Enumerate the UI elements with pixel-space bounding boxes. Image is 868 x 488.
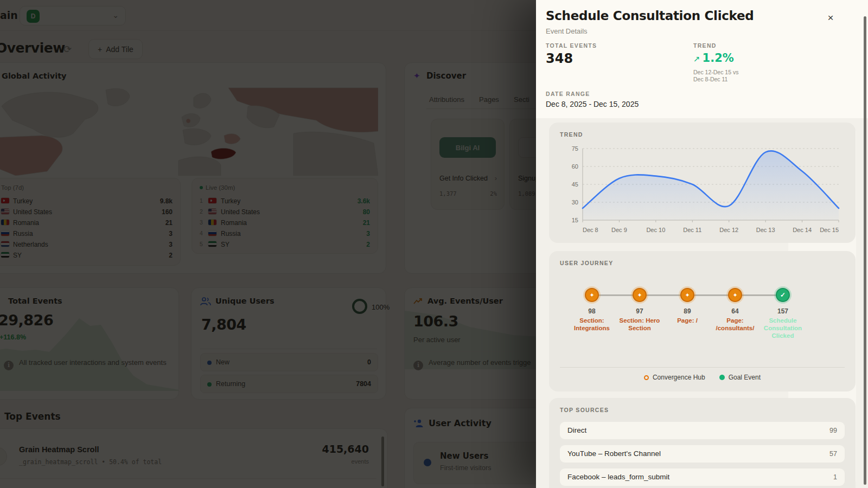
- divider: [560, 367, 845, 368]
- svg-text:Dec 14: Dec 14: [793, 227, 812, 233]
- user-journey-card: USER JOURNEY ✦ 98 Section: Integrations …: [549, 251, 856, 391]
- step-label: Schedule Consultation Clicked: [758, 317, 808, 339]
- source-row[interactable]: Facebook – leads_form_submit 1: [560, 468, 845, 486]
- step-label: Page: /: [662, 317, 712, 324]
- step-count: 98: [588, 307, 595, 315]
- hub-node-icon[interactable]: ✦: [728, 288, 742, 302]
- goal-check-icon[interactable]: ✓: [776, 288, 790, 302]
- step-count: 89: [684, 307, 691, 315]
- source-row[interactable]: YouTube – Robert's Channel 57: [560, 445, 845, 463]
- trend-value: ↗1.2%: [693, 52, 734, 65]
- svg-text:Dec 15: Dec 15: [820, 227, 839, 233]
- step-count: 157: [777, 307, 788, 315]
- svg-text:Dec 8: Dec 8: [583, 227, 598, 233]
- trend-compare-1: Dec 12-Dec 15 vs: [693, 69, 738, 76]
- hub-node-icon[interactable]: ✦: [680, 288, 694, 302]
- hub-node-icon[interactable]: ✦: [633, 288, 647, 302]
- svg-text:30: 30: [572, 199, 578, 206]
- svg-text:Dec 10: Dec 10: [646, 227, 665, 233]
- panel-scrollbar[interactable]: [864, 16, 866, 485]
- source-value: 57: [829, 450, 837, 458]
- journey-legend: Convergence Hub Goal Event: [549, 374, 856, 381]
- trend-compare-2: Dec 8-Dec 11: [693, 76, 727, 83]
- source-value: 1: [833, 473, 837, 481]
- top-sources-card: TOP SOURCES Direct 99 YouTube – Robert's…: [549, 398, 856, 488]
- svg-text:45: 45: [572, 181, 578, 188]
- step-label: Section: Hero Section: [615, 317, 665, 332]
- panel-subtitle: Event Details: [546, 27, 588, 35]
- svg-text:75: 75: [572, 145, 578, 152]
- trend-label: TREND: [693, 42, 717, 49]
- svg-text:Dec 12: Dec 12: [719, 227, 738, 233]
- hub-ring-icon: [644, 375, 649, 380]
- user-journey-label: USER JOURNEY: [560, 260, 613, 266]
- source-name: Direct: [567, 426, 586, 434]
- legend-label: Convergence Hub: [653, 374, 705, 381]
- trend-pct: 1.2%: [703, 52, 734, 65]
- source-name: YouTube – Robert's Channel: [567, 450, 661, 458]
- goal-dot-icon: [719, 375, 725, 380]
- trend-chart-label: TREND: [560, 131, 583, 138]
- journey-step[interactable]: ✦ 97 Section: Hero Section: [616, 288, 663, 339]
- journey-step[interactable]: ✦ 98 Section: Integrations: [568, 288, 616, 339]
- journey-step-goal[interactable]: ✓ 157 Schedule Consultation Clicked: [759, 288, 807, 339]
- date-range-label: DATE RANGE: [546, 91, 590, 97]
- step-count: 64: [731, 307, 738, 315]
- total-events-label: TOTAL EVENTS: [546, 42, 597, 49]
- panel-title: Schedule Consultation Clicked: [546, 9, 754, 23]
- event-details-panel: Schedule Consultation Clicked Event Deta…: [536, 0, 868, 488]
- date-range-value: Dec 8, 2025 - Dec 15, 2025: [546, 100, 639, 108]
- step-count: 97: [636, 307, 643, 315]
- panel-header: Schedule Consultation Clicked Event Deta…: [536, 0, 868, 118]
- hub-node-icon[interactable]: ✦: [585, 288, 599, 302]
- source-name: Facebook – leads_form_submit: [567, 473, 669, 481]
- step-label: Page: /consultants/: [710, 317, 760, 332]
- svg-text:Dec 9: Dec 9: [611, 227, 627, 233]
- trend-chart-card: TREND 1530456075Dec 8Dec 9Dec 10Dec 11De…: [549, 123, 856, 243]
- trend-line-chart[interactable]: 1530456075Dec 8Dec 9Dec 10Dec 11Dec 12De…: [558, 143, 846, 236]
- journey-step[interactable]: ✦ 64 Page: /consultants/: [711, 288, 759, 339]
- trend-up-icon: ↗: [693, 54, 700, 64]
- journey-step[interactable]: ✦ 89 Page: /: [663, 288, 711, 339]
- close-icon[interactable]: ×: [824, 11, 838, 25]
- legend-convergence-hub: Convergence Hub: [644, 374, 705, 381]
- source-row[interactable]: Direct 99: [560, 422, 845, 439]
- panel-total-events: 348: [546, 51, 573, 66]
- svg-text:Dec 11: Dec 11: [683, 227, 701, 233]
- journey-steps: ✦ 98 Section: Integrations ✦ 97 Section:…: [568, 288, 837, 339]
- top-sources-label: TOP SOURCES: [560, 407, 609, 413]
- source-value: 99: [829, 427, 837, 434]
- svg-text:15: 15: [572, 217, 578, 223]
- svg-text:60: 60: [572, 163, 578, 170]
- step-label: Section: Integrations: [567, 317, 617, 332]
- legend-label: Goal Event: [729, 374, 761, 381]
- legend-goal-event: Goal Event: [719, 374, 761, 381]
- svg-text:Dec 13: Dec 13: [756, 227, 775, 233]
